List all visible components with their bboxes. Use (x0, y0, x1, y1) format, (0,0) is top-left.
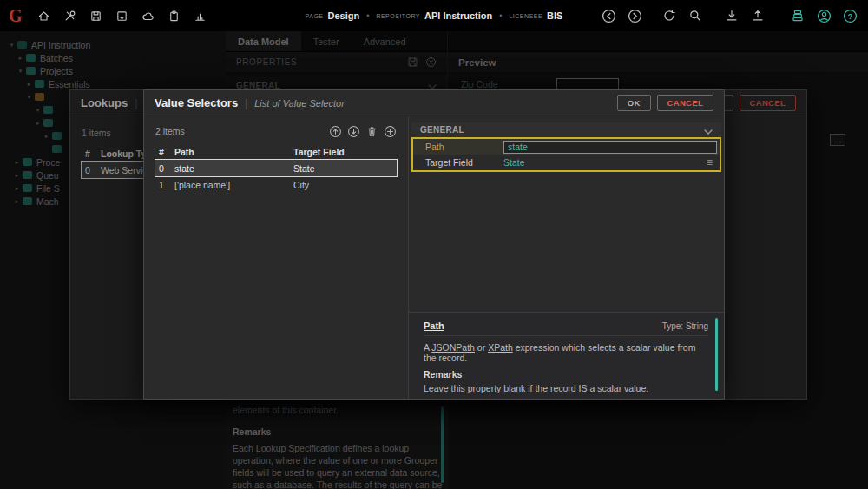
back-circle-icon[interactable] (599, 6, 618, 25)
cloud-icon[interactable] (139, 6, 158, 25)
upload-icon[interactable] (748, 6, 767, 25)
general-section-header[interactable]: GENERAL (411, 122, 721, 137)
tools-icon[interactable] (61, 6, 80, 25)
move-up-icon[interactable] (329, 125, 342, 138)
add-icon[interactable] (384, 125, 397, 138)
chevron-down-icon[interactable] (704, 122, 713, 138)
value-selector-row-1[interactable]: 1 ['place name'] City (155, 176, 397, 193)
top-toolbar: G PAGE Design • REPOSITORY API Instructi… (0, 0, 868, 31)
target-field-value[interactable]: State (503, 157, 707, 168)
download-icon[interactable] (722, 6, 741, 25)
help-circle-icon[interactable]: ? (840, 6, 859, 25)
help-text: or (475, 342, 488, 353)
items-count: 2 items (155, 126, 185, 136)
jsonpath-link[interactable]: JSONPath (431, 342, 475, 353)
move-down-icon[interactable] (347, 125, 360, 138)
xpath-link[interactable]: XPath (488, 342, 513, 353)
cancel-button[interactable]: CANCEL (657, 95, 713, 111)
column-number: # (155, 147, 174, 157)
row-number: 1 (155, 180, 174, 190)
target-field-label: Target Field (413, 157, 503, 168)
property-edit-group: Path Target Field State ≡ (411, 137, 721, 172)
layers-icon[interactable] (788, 6, 807, 25)
svg-text:?: ? (847, 11, 852, 20)
refresh-icon[interactable] (660, 6, 679, 25)
property-help-pane: Path Type: String A JSONPath or XPath ex… (409, 312, 724, 399)
delete-icon[interactable] (365, 125, 378, 138)
row-target-field: State (293, 163, 397, 174)
grooper-logo: G (9, 6, 23, 26)
value-selectors-dialog: Value Selectors | List of Value Selector… (143, 89, 725, 400)
repository-value[interactable]: API Instruction (424, 10, 492, 21)
breadcrumb-separator: • (499, 11, 502, 20)
grooper-design-window: G PAGE Design • REPOSITORY API Instructi… (0, 0, 868, 489)
toolbar-left-icons (35, 6, 210, 25)
value-selector-list-pane: 2 items # Pat (144, 116, 409, 399)
path-property-label: Path (413, 142, 503, 152)
dropdown-menu-icon[interactable]: ≡ (707, 156, 713, 169)
inbox-icon[interactable] (113, 6, 132, 25)
column-path: Path (174, 147, 293, 157)
help-text: A (424, 342, 431, 353)
repository-label: REPOSITORY (376, 13, 420, 19)
remarks-text: Leave this property blank if the record … (424, 383, 708, 393)
grid-header: # Path Target Field (155, 144, 397, 160)
help-property-type: Type: String (662, 321, 708, 331)
page-value[interactable]: Design (328, 10, 360, 21)
help-scrollbar[interactable] (715, 318, 718, 391)
row-path: state (174, 163, 293, 174)
list-toolbar (329, 125, 397, 138)
help-description: A JSONPath or XPath expression which sel… (424, 342, 708, 363)
help-property-title: Path (424, 320, 444, 331)
licensee-label: LICENSEE (509, 13, 542, 19)
remarks-heading: Remarks (424, 369, 708, 380)
row-path: ['place name'] (174, 180, 293, 190)
home-icon[interactable] (35, 6, 54, 25)
toolbar-right-icons: ? (599, 6, 859, 25)
search-icon[interactable] (686, 6, 705, 25)
page-label: PAGE (306, 13, 324, 19)
breadcrumb-separator: • (366, 11, 369, 20)
clipboard-icon[interactable] (165, 6, 184, 25)
general-section-label: GENERAL (420, 125, 464, 135)
value-selectors-header: Value Selectors | List of Value Selector… (144, 90, 724, 116)
chart-icon[interactable] (191, 6, 210, 25)
title-separator: | (245, 97, 247, 109)
path-input[interactable] (503, 141, 717, 154)
ok-button[interactable]: OK (617, 95, 651, 111)
target-field-property-row[interactable]: Target Field State ≡ (413, 155, 720, 170)
path-property-row[interactable]: Path (413, 139, 720, 155)
forward-circle-icon[interactable] (625, 6, 644, 25)
value-selector-grid: # Path Target Field 0 state State 1 ['pl… (155, 144, 397, 193)
value-selectors-subtitle: List of Value Selector (254, 98, 345, 109)
value-selectors-title: Value Selectors (155, 96, 238, 109)
value-selector-row-0[interactable]: 0 state State (155, 160, 397, 176)
user-circle-icon[interactable] (814, 6, 833, 25)
row-number: 0 (155, 163, 174, 174)
save-box-icon[interactable] (87, 6, 106, 25)
value-selector-properties-pane: GENERAL Path Target Field State ≡ (409, 116, 724, 399)
column-target-field: Target Field (293, 147, 397, 157)
row-target-field: City (293, 180, 397, 190)
licensee-value[interactable]: BIS (547, 10, 562, 21)
